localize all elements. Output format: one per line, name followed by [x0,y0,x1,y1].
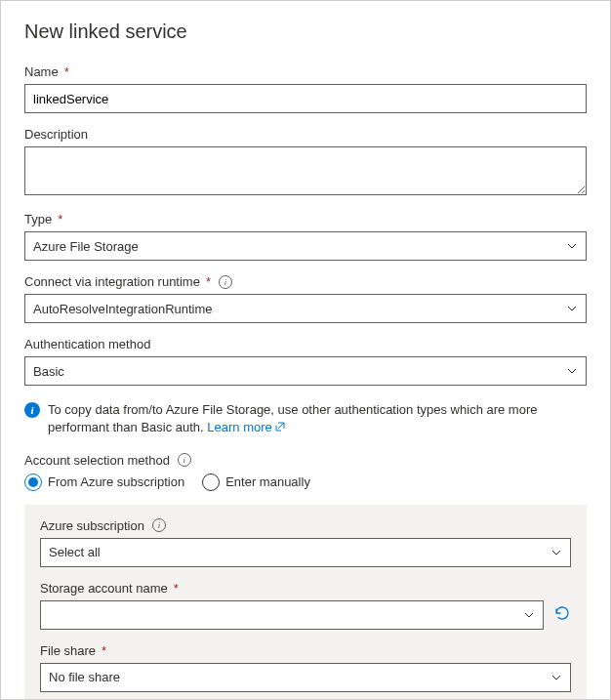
refresh-icon[interactable] [553,604,571,625]
chevron-down-icon [523,609,535,621]
radio-label: Enter manually [225,474,310,489]
storage-account-select[interactable] [40,600,544,630]
storage-account-label: Storage account name* [40,581,571,596]
info-banner: i To copy data from/to Azure File Storag… [24,399,587,439]
radio-enter-manually[interactable]: Enter manually [202,474,310,491]
info-icon[interactable]: i [219,275,232,289]
connect-via-field-group: Connect via integration runtime* i AutoR… [24,274,587,323]
subscription-panel: Azure subscription i Select all Storage … [24,505,587,700]
file-share-select[interactable]: No file share [40,663,571,692]
page-title: New linked service [24,21,587,43]
info-banner-text: To copy data from/to Azure File Storage,… [48,401,587,437]
radio-circle-checked [24,474,42,491]
description-label: Description [24,127,587,142]
chevron-down-icon [566,240,578,252]
required-asterisk: * [58,212,62,226]
radio-circle-unchecked [202,474,220,491]
name-input[interactable] [24,84,587,113]
external-link-icon [274,420,286,437]
required-asterisk: * [206,274,211,289]
chevron-down-icon [566,365,578,377]
type-field-group: Type* Azure File Storage [24,212,587,261]
account-selection-radio-group: From Azure subscription Enter manually [24,474,587,491]
auth-method-select[interactable]: Basic [24,356,587,386]
info-icon[interactable]: i [152,518,166,532]
storage-account-field-group: Storage account name* [40,581,571,630]
description-textarea[interactable] [24,146,587,195]
description-field-group: Description [24,127,587,198]
file-share-label: File share* [40,643,571,658]
auth-method-field-group: Authentication method Basic [24,337,587,386]
radio-label: From Azure subscription [48,474,184,489]
azure-subscription-select[interactable]: Select all [40,538,571,567]
required-asterisk: * [174,581,179,596]
auth-method-label: Authentication method [24,337,587,351]
azure-subscription-label: Azure subscription i [40,518,571,533]
required-asterisk: * [64,64,69,79]
info-icon: i [24,402,40,418]
type-select[interactable]: Azure File Storage [24,231,587,261]
name-label: Name* [24,64,587,79]
name-field-group: Name* [24,64,587,113]
connect-via-select[interactable]: AutoResolveIntegrationRuntime [24,294,587,323]
learn-more-link[interactable]: Learn more [207,420,285,434]
connect-via-label: Connect via integration runtime* i [24,274,587,289]
chevron-down-icon [566,303,578,314]
chevron-down-icon [550,547,562,558]
chevron-down-icon [550,672,562,683]
radio-from-subscription[interactable]: From Azure subscription [24,474,184,491]
type-label: Type* [24,212,587,226]
account-selection-label: Account selection method i [24,453,587,468]
azure-subscription-field-group: Azure subscription i Select all [40,518,571,567]
required-asterisk: * [102,643,106,658]
file-share-field-group: File share* No file share [40,643,571,692]
info-icon[interactable]: i [178,453,191,467]
